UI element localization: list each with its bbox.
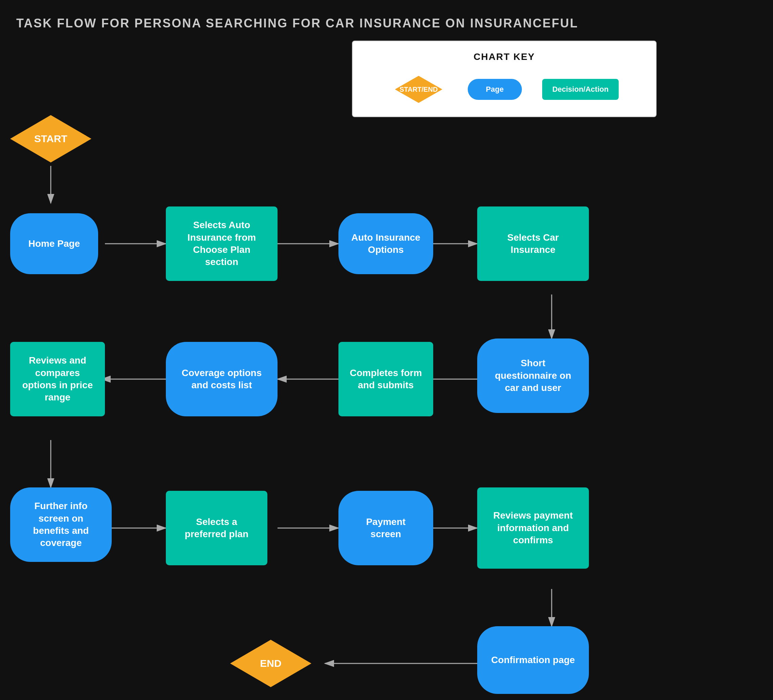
- key-diamond: START/END: [390, 72, 447, 106]
- end-label: END: [230, 640, 311, 687]
- home-page-node: Home Page: [10, 213, 98, 274]
- selects-plan-label: Selects a preferred plan: [166, 491, 267, 565]
- completes-form-node: Completes form and submits: [339, 342, 433, 416]
- key-action-rect: Decision/Action: [542, 79, 619, 100]
- key-page-oval: Page: [468, 79, 522, 100]
- chart-key-title: CHART KEY: [370, 51, 639, 62]
- coverage-options-label: Coverage options and costs list: [166, 342, 278, 416]
- completes-form-label: Completes form and submits: [339, 342, 433, 416]
- auto-insurance-options-label: Auto Insurance Options: [339, 213, 433, 274]
- further-info-label: Further info screen on benefits and cove…: [10, 488, 112, 562]
- reviews-compares-label: Reviews and compares options in price ra…: [10, 342, 105, 416]
- page-title: TASK FLOW FOR PERSONA SEARCHING FOR CAR …: [16, 16, 578, 30]
- auto-insurance-options-node: Auto Insurance Options: [339, 213, 433, 274]
- reviews-payment-node: Reviews payment information and confirms: [477, 488, 589, 569]
- selects-car-insurance-label: Selects Car Insurance: [477, 206, 589, 281]
- selects-auto-node: Selects Auto Insurance from Choose Plan …: [166, 206, 278, 281]
- short-questionnaire-label: Short questionnaire on car and user: [477, 338, 589, 413]
- payment-screen-label: Payment screen: [339, 491, 433, 565]
- start-node: START: [10, 115, 91, 163]
- coverage-options-node: Coverage options and costs list: [166, 342, 278, 416]
- chart-key: CHART KEY START/END Page Decision/Action: [352, 41, 656, 117]
- reviews-compares-node: Reviews and compares options in price ra…: [10, 342, 105, 416]
- payment-screen-node: Payment screen: [339, 491, 433, 565]
- confirmation-page-node: Confirmation page: [477, 626, 589, 694]
- confirmation-page-label: Confirmation page: [477, 626, 589, 694]
- short-questionnaire-node: Short questionnaire on car and user: [477, 338, 589, 413]
- key-diamond-label: START/END: [390, 72, 447, 106]
- selects-plan-node: Selects a preferred plan: [166, 491, 267, 565]
- home-page-label: Home Page: [10, 213, 98, 274]
- selects-auto-label: Selects Auto Insurance from Choose Plan …: [166, 206, 278, 281]
- start-label: START: [10, 115, 91, 163]
- further-info-node: Further info screen on benefits and cove…: [10, 488, 112, 562]
- chart-key-items: START/END Page Decision/Action: [370, 72, 639, 106]
- selects-car-insurance-node: Selects Car Insurance: [477, 206, 589, 281]
- end-node: END: [230, 640, 311, 687]
- reviews-payment-label: Reviews payment information and confirms: [477, 488, 589, 569]
